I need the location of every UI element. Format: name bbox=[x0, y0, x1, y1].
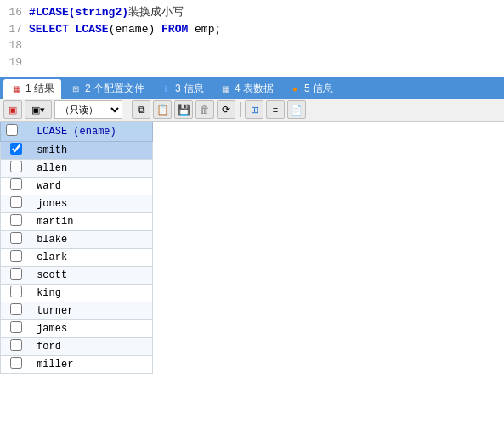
row-value: smith bbox=[31, 142, 153, 160]
tab-bar: ▦ 1 结果 ⊞ 2 个配置文件 ℹ 3 信息 ▦ 4 表数据 ● 5 信息 bbox=[0, 77, 504, 99]
row-checkbox[interactable] bbox=[10, 303, 22, 315]
table-row: king bbox=[1, 285, 153, 302]
list-view-icon: ≡ bbox=[273, 105, 278, 115]
sql-keyword-from: FROM bbox=[161, 23, 195, 36]
sql-table: emp; bbox=[195, 23, 221, 36]
table-row: ward bbox=[1, 178, 153, 195]
info2-icon: ● bbox=[289, 83, 301, 95]
save-icon: 💾 bbox=[178, 104, 190, 116]
list-view-button[interactable]: ≡ bbox=[266, 100, 285, 119]
code-content bbox=[29, 37, 36, 54]
toolbar: ▣ ▣▾ （只读） ⧉ 📋 💾 🗑 ⟳ ⊞ ≡ 📄 bbox=[0, 99, 504, 122]
code-content: #LCASE(string2)装换成小写 bbox=[29, 3, 184, 21]
table-row: martin bbox=[1, 213, 153, 231]
row-checkbox[interactable] bbox=[10, 178, 22, 190]
row-value: jones bbox=[31, 195, 153, 213]
table-row: miller bbox=[1, 356, 153, 374]
table-icon: ▦ bbox=[219, 83, 231, 95]
results-table: LCASE (ename) smithallenwardjonesmartinb… bbox=[0, 122, 153, 374]
tab-info[interactable]: ℹ 3 信息 bbox=[153, 79, 211, 99]
checkbox-header bbox=[1, 122, 31, 142]
table-row: scott bbox=[1, 267, 153, 285]
table-row: allen bbox=[1, 160, 153, 178]
form-view-button[interactable]: 📄 bbox=[287, 100, 306, 119]
row-value: allen bbox=[31, 160, 153, 178]
row-checkbox[interactable] bbox=[10, 143, 22, 155]
row-checkbox-cell bbox=[1, 231, 31, 249]
paste-button[interactable]: 📋 bbox=[153, 100, 172, 119]
table-row: clark bbox=[1, 249, 153, 267]
table-row: jones bbox=[1, 195, 153, 213]
tab-profile[interactable]: ⊞ 2 个配置文件 bbox=[63, 79, 151, 99]
save-button[interactable]: 💾 bbox=[174, 100, 193, 119]
code-line-18: 18 bbox=[7, 37, 497, 54]
row-checkbox-cell bbox=[1, 249, 31, 267]
row-checkbox[interactable] bbox=[10, 339, 22, 351]
code-keyword: #LCASE(string2) bbox=[29, 6, 128, 19]
row-value: clark bbox=[31, 249, 153, 267]
row-checkbox[interactable] bbox=[10, 214, 22, 226]
row-checkbox[interactable] bbox=[10, 161, 22, 172]
grid-icon: ▦ bbox=[10, 83, 22, 95]
tab-tabledata[interactable]: ▦ 4 表数据 bbox=[212, 79, 280, 99]
sql-args: (ename) bbox=[109, 23, 161, 36]
code-line-19: 19 bbox=[7, 54, 497, 71]
dropdown-icon: ▣▾ bbox=[31, 105, 45, 116]
table-row: james bbox=[1, 320, 153, 338]
table-row: ford bbox=[1, 338, 153, 356]
row-checkbox-cell bbox=[1, 267, 31, 285]
code-content bbox=[29, 54, 36, 71]
delete-icon: 🗑 bbox=[200, 104, 210, 116]
grid-view-button[interactable]: ⊞ bbox=[245, 100, 263, 119]
tab-tabledata-label: 4 表数据 bbox=[235, 82, 274, 96]
table-row: smith bbox=[1, 142, 153, 160]
dropdown-button[interactable]: ▣▾ bbox=[25, 100, 52, 119]
row-checkbox[interactable] bbox=[10, 232, 22, 244]
line-number: 19 bbox=[7, 54, 22, 71]
delete-button[interactable]: 🗑 bbox=[195, 100, 214, 119]
info-icon: ℹ bbox=[160, 83, 172, 95]
copy-icon: ⧉ bbox=[138, 104, 145, 116]
row-value: king bbox=[31, 285, 153, 302]
form-view-icon: 📄 bbox=[291, 105, 303, 116]
row-checkbox[interactable] bbox=[10, 357, 22, 369]
refresh-button[interactable]: ⟳ bbox=[217, 100, 235, 119]
table-row: blake bbox=[1, 231, 153, 249]
row-checkbox-cell bbox=[1, 213, 31, 231]
mode-select[interactable]: （只读） bbox=[54, 100, 122, 119]
code-comment: 装换成小写 bbox=[128, 5, 184, 18]
export-icon: ▣ bbox=[8, 105, 17, 116]
row-checkbox[interactable] bbox=[10, 321, 22, 333]
tab-results[interactable]: ▦ 1 结果 bbox=[3, 79, 61, 99]
paste-icon: 📋 bbox=[156, 104, 169, 116]
row-checkbox[interactable] bbox=[10, 268, 22, 280]
code-editor: 16 #LCASE(string2)装换成小写 17 SELECT LCASE(… bbox=[0, 0, 504, 77]
row-value: miller bbox=[31, 356, 153, 374]
tab-info-label: 3 信息 bbox=[175, 82, 204, 96]
row-checkbox-cell bbox=[1, 142, 31, 160]
row-checkbox[interactable] bbox=[10, 286, 22, 297]
export-button[interactable]: ▣ bbox=[3, 100, 22, 119]
tab-info2[interactable]: ● 5 信息 bbox=[282, 79, 340, 99]
row-value: james bbox=[31, 320, 153, 338]
results-area: LCASE (ename) smithallenwardjonesmartinb… bbox=[0, 122, 504, 374]
select-all-checkbox[interactable] bbox=[6, 124, 18, 136]
tab-profile-label: 2 个配置文件 bbox=[85, 82, 144, 96]
row-checkbox[interactable] bbox=[10, 196, 22, 208]
row-checkbox-cell bbox=[1, 338, 31, 356]
row-value: blake bbox=[31, 231, 153, 249]
row-value: turner bbox=[31, 302, 153, 320]
row-value: scott bbox=[31, 267, 153, 285]
copy-button[interactable]: ⧉ bbox=[132, 100, 150, 119]
separator-2 bbox=[240, 102, 241, 117]
row-checkbox-cell bbox=[1, 178, 31, 195]
code-line-17: 17 SELECT LCASE(ename) FROM emp; bbox=[7, 21, 497, 38]
row-checkbox-cell bbox=[1, 302, 31, 320]
code-content: SELECT LCASE(ename) FROM emp; bbox=[29, 21, 221, 38]
row-checkbox-cell bbox=[1, 195, 31, 213]
row-checkbox[interactable] bbox=[10, 250, 22, 262]
row-value: martin bbox=[31, 213, 153, 231]
row-value: ward bbox=[31, 178, 153, 195]
refresh-icon: ⟳ bbox=[222, 104, 230, 116]
results-tbody: smithallenwardjonesmartinblakeclarkscott… bbox=[1, 142, 153, 374]
